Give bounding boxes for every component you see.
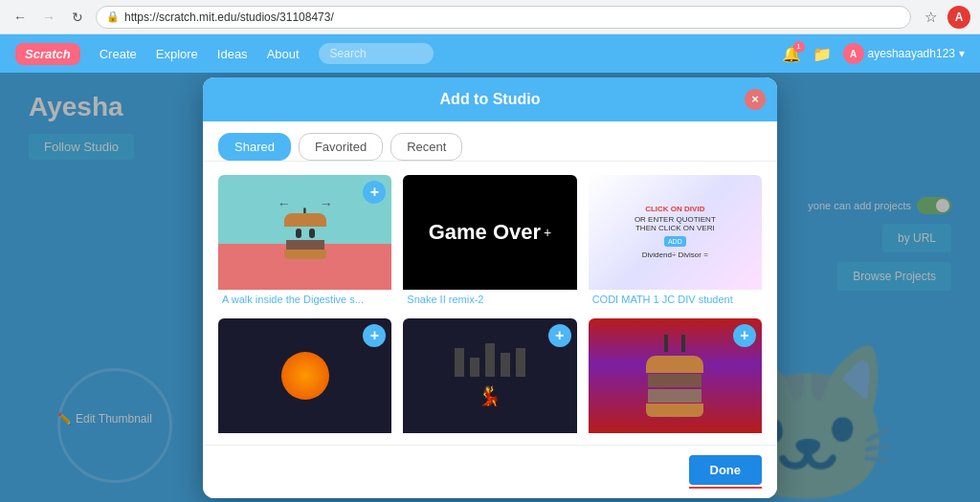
project-card-digestive[interactable]: ✛ ←→ <box>218 175 391 307</box>
project-card-dance[interactable]: 💃 + <box>403 318 576 445</box>
scratch-logo[interactable]: Scratch <box>15 43 80 65</box>
profile-button[interactable]: A <box>947 6 970 29</box>
game-over-text: Game Over <box>429 220 541 245</box>
burger-patty <box>286 240 324 250</box>
add-project-dance-button[interactable]: + <box>548 324 571 347</box>
browser-actions: ☆ A <box>919 6 970 29</box>
project-thumb-dance: 💃 + <box>403 318 576 433</box>
sun <box>281 352 329 400</box>
modal-close-button[interactable]: × <box>745 89 766 110</box>
nav-username-text: ayeshaayadh123 <box>868 47 955 60</box>
project-name-burger2 <box>589 433 762 445</box>
burger-bottom <box>284 250 326 259</box>
nav-search-input[interactable] <box>319 43 434 64</box>
project-name-dance <box>403 433 576 445</box>
tab-shared[interactable]: Shared <box>218 133 291 161</box>
scratch-navbar: Scratch Create Explore Ideas About 🔔 1 📁… <box>0 34 980 73</box>
project-name-space <box>218 433 391 445</box>
project-card-gameover[interactable]: Game Over + Snake II remix-2 <box>403 175 576 307</box>
modal-header: Add to Studio × <box>203 77 777 121</box>
project-thumb-codi: CLICK ON DIVID OR ENTER QUOTIENT THEN CL… <box>589 175 762 290</box>
add-project-burger2-button[interactable]: + <box>733 324 756 347</box>
done-btn-underline <box>689 487 763 489</box>
dancer-figure: 💃 <box>478 384 501 407</box>
forward-button[interactable]: → <box>38 7 59 28</box>
notifications-button[interactable]: 🔔 1 <box>782 45 801 63</box>
url-text: https://scratch.mit.edu/studios/31108473… <box>124 11 334 24</box>
add-to-studio-modal: Add to Studio × Shared Favorited Recent … <box>203 77 777 498</box>
browser-chrome: ← → ↻ 🔒 https://scratch.mit.edu/studios/… <box>0 0 980 34</box>
project-card-space[interactable]: + <box>218 318 391 445</box>
project-thumb-space: + <box>218 318 391 433</box>
notification-badge: 1 <box>793 41 805 53</box>
modal-footer: Done <box>203 445 777 498</box>
tab-recent[interactable]: Recent <box>390 133 462 161</box>
nav-avatar: A <box>843 43 864 64</box>
plus-icon: + <box>544 225 551 240</box>
projects-grid-container[interactable]: ✛ ←→ <box>203 162 777 445</box>
bookmark-button[interactable]: ☆ <box>919 6 942 29</box>
address-bar[interactable]: 🔒 https://scratch.mit.edu/studios/311084… <box>96 6 911 29</box>
done-button[interactable]: Done <box>689 455 763 485</box>
modal-title: Add to Studio <box>440 91 541 108</box>
modal-overlay: Add to Studio × Shared Favorited Recent … <box>0 73 980 502</box>
project-card-burger2[interactable]: + <box>589 318 762 445</box>
user-avatar: A <box>947 6 970 29</box>
project-thumb-digestive: ✛ ←→ <box>218 175 391 290</box>
burger-eye-left <box>296 229 301 238</box>
project-name-gameover: Snake II remix-2 <box>403 290 576 307</box>
lock-icon: 🔒 <box>106 11 120 23</box>
project-card-codi[interactable]: CLICK ON DIVID OR ENTER QUOTIENT THEN CL… <box>589 175 762 307</box>
add-project-digestive-button[interactable]: + <box>363 181 386 204</box>
refresh-button[interactable]: ↻ <box>67 7 88 28</box>
username-menu[interactable]: A ayeshaayadh123 ▾ <box>843 43 965 64</box>
burger-eye-right <box>309 229 315 238</box>
back-button[interactable]: ← <box>10 7 31 28</box>
nav-about[interactable]: About <box>267 47 300 61</box>
project-name-digestive: A walk inside the Digestive s... <box>218 290 391 307</box>
dropdown-arrow: ▾ <box>959 47 965 60</box>
done-btn-wrapper: Done <box>689 455 763 489</box>
burger-top <box>284 213 326 227</box>
tab-favorited[interactable]: Favorited <box>299 133 383 161</box>
modal-tabs: Shared Favorited Recent <box>203 121 777 162</box>
messages-button[interactable]: 📁 <box>813 45 832 63</box>
project-name-codi: CODI MATH 1 JC DIV student <box>589 290 762 307</box>
nav-ideas[interactable]: Ideas <box>217 47 248 61</box>
nav-explore[interactable]: Explore <box>156 47 198 61</box>
nav-create[interactable]: Create <box>100 47 137 61</box>
nav-right: 🔔 1 📁 A ayeshaayadh123 ▾ <box>782 43 965 64</box>
project-thumb-burger2: + <box>589 318 762 433</box>
add-project-space-button[interactable]: + <box>363 324 386 347</box>
projects-grid: ✛ ←→ <box>218 175 762 445</box>
project-thumb-gameover: Game Over + <box>403 175 576 290</box>
